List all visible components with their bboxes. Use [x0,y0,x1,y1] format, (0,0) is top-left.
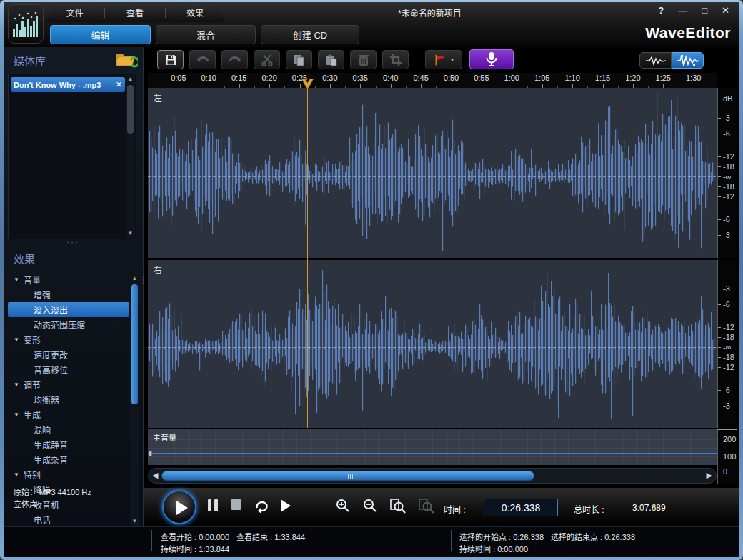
dropdown-arrow-icon[interactable]: ▼ [450,57,455,62]
delete-button[interactable] [350,50,377,69]
trim-button[interactable] [382,50,409,69]
scroll-up-icon[interactable]: ▲ [126,75,135,84]
db-scale-label: -∞ [723,172,732,181]
effects-item-音量[interactable]: ▼音量 [8,272,129,287]
tab-create-cd[interactable]: 创建 CD [261,25,359,44]
panel-resize-grip[interactable]: ··· [66,237,79,247]
volume-envelope-line[interactable] [148,453,717,454]
open-folder-button[interactable] [115,50,138,69]
zoom-out-button[interactable] [362,498,378,514]
menu-effects[interactable]: 效果 [166,6,225,19]
zoom-fit-button[interactable] [418,498,435,514]
close-button[interactable]: ✕ [722,5,729,16]
master-volume-panel[interactable]: 主音量 [148,429,717,465]
pause-button[interactable] [208,499,221,514]
effects-item-混响[interactable]: 混响 [8,422,129,437]
timeline-ruler[interactable]: 0:050:100:150:200:250:300:350:400:450:50… [148,73,717,88]
ruler-tick-label: 0:40 [379,74,403,82]
effects-scroll-thumb[interactable] [131,284,138,404]
tree-expand-icon[interactable]: ▼ [14,336,24,343]
redo-button[interactable] [221,50,248,69]
time-field[interactable] [484,499,558,516]
play-selection-button[interactable] [281,499,291,512]
effects-item-增强[interactable]: 增强 [8,287,129,302]
undo-icon [196,54,210,66]
scissors-icon [261,54,274,66]
tree-expand-icon[interactable]: ▼ [14,276,24,283]
undo-button[interactable] [189,50,216,69]
paste-button[interactable] [318,50,344,69]
waveform-canvas-right[interactable] [148,260,717,428]
playhead-line[interactable] [307,88,308,428]
record-button[interactable] [469,49,514,69]
waveform-panel-left[interactable]: 左 [148,88,717,258]
tab-mix[interactable]: 混合 [156,25,256,44]
folder-open-icon [115,50,138,69]
effects-item-淡入淡出[interactable]: 淡入淡出 [8,302,129,317]
scroll-down-icon[interactable]: ▼ [126,229,135,238]
scroll-right-icon[interactable]: ▶ [707,471,712,480]
effects-item-特别[interactable]: ▼特别 [8,467,129,482]
effects-item-电话[interactable]: 电话 [8,512,129,527]
view-waveform-button[interactable] [639,52,672,69]
media-item[interactable]: Don't Know Why - .mp3 ✕ [11,77,125,92]
effects-item-调节[interactable]: ▼调节 [8,377,129,392]
app-logo-icon [8,4,44,44]
effects-item-速度更改[interactable]: 速度更改 [8,347,129,362]
tree-expand-icon[interactable]: ▼ [14,471,24,478]
zoom-in-button[interactable] [335,498,351,514]
play-button[interactable] [162,490,196,524]
maximize-button[interactable]: □ [702,5,707,16]
media-item-label: Don't Know Why - .mp3 [14,81,116,89]
ruler-tick-label: 1:30 [682,74,706,82]
waveform-panel-right[interactable]: 右 [148,260,717,428]
db-scale-label: -6 [723,129,730,138]
tree-expand-icon[interactable]: ▼ [14,381,24,388]
view-detail-button[interactable] [672,52,704,69]
playhead-marker[interactable] [301,79,314,89]
effects-item-生成杂音[interactable]: 生成杂音 [8,452,129,467]
minimize-button[interactable]: — [678,5,687,16]
loop-button[interactable] [252,497,271,513]
effects-item-label: 动态范围压缩 [34,319,85,331]
sidebar-resize-grip[interactable]: ··· [139,276,149,284]
marker-flag-button[interactable]: ▼ [425,50,462,69]
hscroll-thumb[interactable] [161,471,534,481]
db-scale-label: dB [723,94,732,103]
effects-item-动态范围压缩[interactable]: 动态范围压缩 [8,317,129,332]
effects-item-生成静音[interactable]: 生成静音 [8,437,129,452]
db-scale-tick [718,406,721,406]
volume-scale-label: 200 [723,435,736,444]
volume-handle[interactable] [149,451,152,456]
tree-expand-icon[interactable]: ▼ [14,411,24,418]
cut-button[interactable] [254,50,280,69]
ruler-tick-label: 1:20 [621,74,645,82]
scroll-left-icon[interactable]: ◀ [152,471,158,480]
status-divider [451,530,452,551]
waveform-canvas-left[interactable] [148,88,717,258]
tab-edit[interactable]: 编辑 [50,25,151,44]
media-scroll-thumb[interactable] [127,85,134,134]
effects-item-音高移位[interactable]: 音高移位 [8,362,129,377]
copy-icon [293,54,306,66]
stop-button[interactable] [231,499,241,510]
master-volume-label: 主音量 [153,431,176,443]
copy-button[interactable] [286,50,312,69]
menu-view[interactable]: 查看 [105,6,164,19]
ruler-tick-label: 0:20 [257,74,281,82]
media-library-list[interactable]: Don't Know Why - .mp3 ✕ ▲ ▼ [8,74,136,239]
effects-item-均衡器[interactable]: 均衡器 [8,392,129,407]
effects-item-变形[interactable]: ▼变形 [8,332,129,347]
media-item-close-icon[interactable]: ✕ [116,80,122,89]
horizontal-scrollbar[interactable]: ◀ ▶ [148,468,717,484]
effects-item-生成[interactable]: ▼生成 [8,407,129,422]
media-list-scrollbar[interactable]: ▲ ▼ [126,75,135,238]
help-button[interactable]: ? [658,5,664,16]
effects-item-label: 特别 [24,469,41,481]
toolbar-separator [417,52,417,66]
menu-bar: 文件 查看 效果 [45,3,225,22]
menu-file[interactable]: 文件 [45,6,104,19]
zoom-selection-button[interactable] [389,498,407,514]
save-button[interactable] [157,50,184,69]
scroll-down-icon[interactable]: ▼ [130,517,139,526]
